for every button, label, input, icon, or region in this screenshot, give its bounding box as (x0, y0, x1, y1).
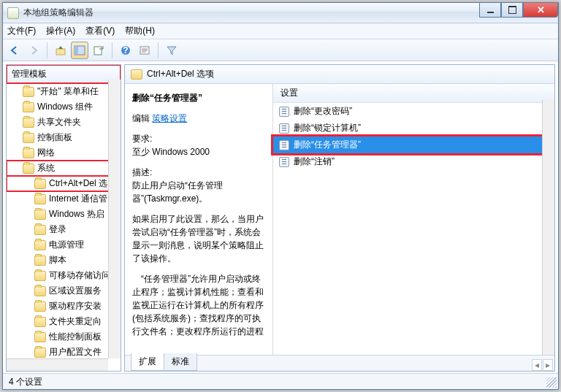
tree-node[interactable]: Ctrl+Alt+Del 选 (7, 176, 121, 191)
svg-text:?: ? (123, 45, 128, 55)
tree-node-label: 区域设置服务 (49, 285, 102, 297)
tree-node[interactable]: Internet 通信管 (7, 191, 121, 207)
setting-label: 删除“更改密码” (294, 105, 352, 118)
svg-rect-3 (94, 47, 102, 55)
folder-icon (34, 332, 46, 342)
folder-icon (34, 286, 46, 296)
requirement-label: 要求: (132, 132, 265, 145)
requirement-text: 至少 Windows 2000 (132, 145, 265, 158)
tree-header[interactable]: 管理模板 (6, 64, 121, 84)
tree-node[interactable]: 用户配置文件 (7, 345, 121, 360)
folder-icon (34, 301, 46, 312)
folder-icon (23, 118, 34, 128)
tree-node[interactable]: 共享文件夹 (7, 115, 121, 130)
maximize-button[interactable] (501, 3, 523, 18)
tab-standard[interactable]: 标准 (164, 353, 197, 371)
tree-node[interactable]: 系统 (7, 161, 121, 176)
tabs: 扩展 标准 ◂▸ (125, 355, 554, 371)
tree-node[interactable]: 可移动存储访问 (7, 268, 121, 283)
back-button[interactable] (6, 42, 23, 59)
tree-scrollbar-h[interactable] (7, 358, 108, 371)
svg-rect-0 (56, 49, 65, 55)
setting-label: 删除“锁定计算机” (294, 122, 361, 134)
folder-icon (34, 271, 46, 281)
tree-scrollbar-v[interactable] (108, 80, 121, 358)
setting-item[interactable]: 删除“任务管理器” (273, 137, 554, 153)
setting-item[interactable]: 删除“更改密码” (273, 103, 554, 120)
filter-button[interactable] (163, 42, 180, 59)
tree-node-label: Windows 热启 (49, 208, 104, 220)
body: 管理模板 "开始" 菜单和任Windows 组件共享文件夹控制面板网络系统Ctr… (3, 63, 558, 373)
tree-node-label: 登录 (49, 223, 66, 236)
tree-node[interactable]: Windows 热启 (7, 207, 121, 222)
titlebar[interactable]: 本地组策略编辑器 ✕ (3, 3, 558, 23)
tree-node[interactable]: 控制面板 (7, 130, 121, 145)
tree-node[interactable]: 文件夹重定向 (7, 314, 121, 329)
window-title: 本地组策略编辑器 (23, 7, 94, 19)
tree-node[interactable]: Windows 组件 (7, 99, 121, 115)
tree-node-label: 电源管理 (49, 239, 84, 251)
tree-node-label: 系统 (37, 162, 55, 174)
tree-node[interactable]: 网络 (7, 145, 121, 161)
settings-header[interactable]: 设置 (273, 84, 554, 103)
tree-node[interactable]: 区域设置服务 (7, 283, 121, 299)
tree-node[interactable]: "开始" 菜单和任 (7, 84, 121, 99)
window: 本地组策略编辑器 ✕ 文件(F) 操作(A) 查看(V) 帮助(H) ? 管理模… (2, 2, 559, 390)
tree-node[interactable]: 电源管理 (7, 237, 121, 253)
folder-icon (23, 164, 34, 174)
help-button[interactable]: ? (117, 42, 134, 59)
settings-scrollbar-v[interactable] (542, 100, 554, 371)
folder-icon (34, 225, 46, 235)
tree-node[interactable]: 性能控制面板 (7, 329, 121, 345)
tree-node-label: 用户配置文件 (49, 346, 102, 358)
policy-icon (279, 140, 289, 150)
settings-panel: 设置 删除“更改密码”删除“锁定计算机”删除“任务管理器”删除“注销” (273, 84, 554, 371)
svg-rect-2 (75, 46, 78, 55)
policy-icon (279, 157, 289, 167)
tree-node-label: "开始" 菜单和任 (37, 85, 99, 98)
right-header-label: Ctrl+Alt+Del 选项 (147, 68, 214, 80)
tree-node-label: 网络 (37, 147, 55, 159)
resize-grip[interactable] (546, 377, 557, 388)
menu-action[interactable]: 操作(A) (46, 25, 75, 37)
description-panel: 删除“任务管理器” 编辑 策略设置 要求: 至少 Windows 2000 描述… (125, 84, 273, 371)
properties-button[interactable] (136, 42, 153, 59)
folder-icon (23, 148, 34, 158)
setting-item[interactable]: 删除“注销” (273, 153, 554, 170)
policy-icon (279, 107, 289, 117)
close-button[interactable]: ✕ (523, 3, 558, 18)
export-button[interactable] (90, 42, 107, 59)
right-panel: Ctrl+Alt+Del 选项 删除“任务管理器” 编辑 策略设置 要求: 至少… (124, 64, 555, 372)
minimize-button[interactable] (479, 3, 501, 18)
folder-icon (23, 102, 34, 112)
description-p1: 防止用户启动“任务管理器”(Taskmgr.exe)。 (132, 179, 265, 205)
menu-view[interactable]: 查看(V) (85, 25, 115, 37)
setting-label: 删除“任务管理器” (294, 139, 361, 151)
tree-node-label: 文件夹重定向 (49, 315, 102, 328)
tree-node-label: 驱动程序安装 (49, 300, 102, 312)
policy-title: 删除“任务管理器” (132, 91, 265, 104)
menu-file[interactable]: 文件(F) (7, 25, 36, 37)
setting-label: 删除“注销” (294, 155, 335, 168)
folder-icon (131, 69, 142, 80)
tree-panel: 管理模板 "开始" 菜单和任Windows 组件共享文件夹控制面板网络系统Ctr… (6, 64, 121, 372)
folder-icon (34, 347, 46, 358)
up-button[interactable] (52, 42, 69, 59)
tree-node[interactable]: 脚本 (7, 253, 121, 268)
description-p3: “任务管理器”允许用户启动或终止程序；监视计算机性能；查看和监视正运行在计算机上… (132, 272, 265, 338)
tree-node[interactable]: 登录 (7, 222, 121, 237)
tab-extended[interactable]: 扩展 (131, 353, 164, 371)
forward-button[interactable] (25, 42, 42, 59)
show-hide-tree-button[interactable] (71, 42, 88, 59)
tree-node-label: 共享文件夹 (37, 116, 81, 128)
app-icon (7, 7, 19, 19)
edit-policy-link[interactable]: 策略设置 (152, 113, 187, 123)
statusbar: 4 个设置 (3, 373, 558, 389)
setting-item[interactable]: 删除“锁定计算机” (273, 120, 554, 137)
tree-node[interactable]: 驱动程序安装 (7, 299, 121, 314)
tree-node-label: 脚本 (49, 254, 66, 266)
folder-icon (34, 317, 46, 327)
tree-node-label: Windows 组件 (37, 101, 93, 113)
status-text: 4 个设置 (9, 377, 42, 387)
menu-help[interactable]: 帮助(H) (125, 25, 155, 37)
